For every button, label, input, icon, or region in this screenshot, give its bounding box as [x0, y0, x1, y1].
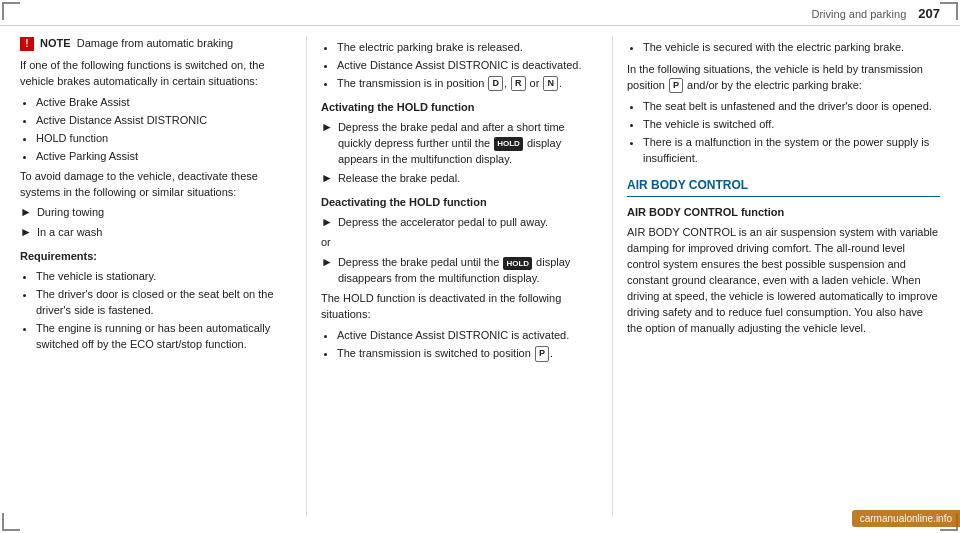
list-item: Active Parking Assist: [36, 149, 290, 165]
activating-title: Activating the HOLD function: [321, 100, 596, 116]
list-item: Active Brake Assist: [36, 95, 290, 111]
list-item: ► Depress the accelerator pedal to pull …: [321, 215, 596, 231]
note-intro: If one of the following functions is swi…: [20, 58, 290, 90]
badge-n: N: [543, 76, 558, 91]
list-item: The transmission is in position D, R or …: [337, 76, 596, 92]
deactivating-step2-list: ► Depress the brake pedal until the HOLD…: [321, 255, 596, 287]
bullet-list-conditions: The electric parking brake is released. …: [337, 40, 596, 92]
deactivating-steps-list: ► Depress the accelerator pedal to pull …: [321, 215, 596, 231]
col-mid: The electric parking brake is released. …: [306, 36, 596, 517]
main-content: ! NOTE Damage from automatic braking If …: [0, 26, 960, 527]
arrow-icon: ►: [20, 204, 32, 221]
hold-badge-2: HOLD: [503, 257, 532, 271]
activating-steps-list: ► Depress the brake pedal and after a sh…: [321, 120, 596, 187]
right-bullet-top: The vehicle is secured with the electric…: [643, 40, 940, 56]
corner-tr: [940, 2, 958, 20]
note-icon: !: [20, 37, 34, 51]
deactivated-list: Active Distance Assist DISTRONIC is acti…: [337, 328, 596, 362]
note-label: NOTE Damage from automatic braking: [40, 36, 233, 52]
col-right: The vehicle is secured with the electric…: [612, 36, 940, 517]
or-text: or: [321, 235, 596, 251]
badge-d: D: [488, 76, 503, 91]
list-item: The transmission is switched to position…: [337, 346, 596, 362]
list-item: Active Distance Assist DISTRONIC is acti…: [337, 328, 596, 344]
air-body-section-title: AIR BODY CONTROL: [627, 177, 940, 197]
corner-bl: [2, 513, 20, 531]
list-item: ► Depress the brake pedal until the HOLD…: [321, 255, 596, 287]
list-item: The driver's door is closed or the seat …: [36, 287, 290, 319]
held-intro: In the following situations, the vehicle…: [627, 62, 940, 94]
arrow-list-situations: ► During towing ► In a car wash: [20, 205, 290, 241]
badge-r: R: [511, 76, 526, 91]
list-item: There is a malfunction in the system or …: [643, 135, 940, 167]
avoid-text: To avoid damage to the vehicle, deactiva…: [20, 169, 290, 201]
arrow-icon: ►: [20, 224, 32, 241]
list-item: ► During towing: [20, 205, 290, 221]
list-item: HOLD function: [36, 131, 290, 147]
deactivated-intro: The HOLD function is deactivated in the …: [321, 291, 596, 323]
list-item: ► In a car wash: [20, 225, 290, 241]
list-item: The vehicle is secured with the electric…: [643, 40, 940, 56]
requirements-title: Requirements:: [20, 249, 290, 265]
list-item: The vehicle is switched off.: [643, 117, 940, 133]
air-body-function-title: AIR BODY CONTROL function: [627, 205, 940, 221]
arrow-icon: ►: [321, 254, 333, 271]
list-item: The seat belt is unfastened and the driv…: [643, 99, 940, 115]
page-header: Driving and parking 207: [0, 0, 960, 26]
badge-p2: P: [669, 78, 683, 93]
deactivating-title: Deactivating the HOLD function: [321, 195, 596, 211]
list-item: Active Distance Assist DISTRONIC is deac…: [337, 58, 596, 74]
note-box: ! NOTE Damage from automatic braking: [20, 36, 290, 52]
badge-p: P: [535, 346, 549, 361]
hold-badge: HOLD: [494, 137, 523, 151]
section-title: Driving and parking: [812, 8, 907, 20]
list-item: The engine is running or has been automa…: [36, 321, 290, 353]
page-container: Driving and parking 207 ! NOTE Damage fr…: [0, 0, 960, 533]
list-item: ► Depress the brake pedal and after a sh…: [321, 120, 596, 168]
col-left: ! NOTE Damage from automatic braking If …: [20, 36, 290, 517]
list-item: ► Release the brake pedal.: [321, 171, 596, 187]
arrow-icon: ►: [321, 170, 333, 187]
arrow-icon: ►: [321, 214, 333, 231]
list-item: The electric parking brake is released.: [337, 40, 596, 56]
list-item: The vehicle is stationary.: [36, 269, 290, 285]
watermark: carmanualonline.info: [852, 510, 960, 527]
air-body-function-text: AIR BODY CONTROL is an air suspension sy…: [627, 225, 940, 337]
corner-tl: [2, 2, 20, 20]
list-item: Active Distance Assist DISTRONIC: [36, 113, 290, 129]
held-list: The seat belt is unfastened and the driv…: [643, 99, 940, 167]
note-title: Damage from automatic braking: [77, 37, 234, 49]
bullet-list-functions: Active Brake Assist Active Distance Assi…: [36, 95, 290, 165]
arrow-icon: ►: [321, 119, 333, 136]
page-number: 207: [918, 6, 940, 21]
requirements-list: The vehicle is stationary. The driver's …: [36, 269, 290, 353]
